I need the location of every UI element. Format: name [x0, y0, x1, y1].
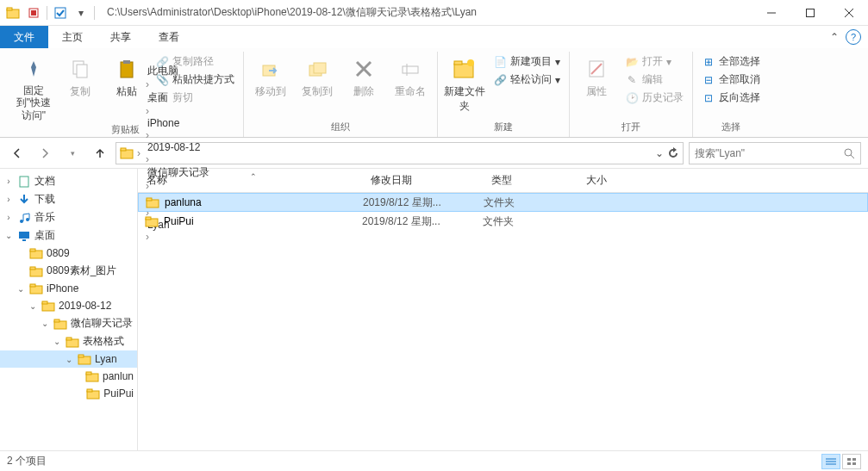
chevron-icon[interactable]: › — [144, 78, 151, 90]
tree-node[interactable]: 0809素材_图片 — [0, 262, 137, 280]
new-item-button[interactable]: 📄新建项目▾ — [490, 53, 564, 70]
tree-node[interactable]: ›下载 — [0, 190, 137, 208]
maximize-button[interactable] — [790, 0, 829, 26]
svg-rect-6 — [806, 9, 814, 16]
search-icon[interactable] — [843, 147, 855, 159]
folder-icon — [41, 299, 55, 313]
tree-label: panlun — [103, 370, 134, 382]
pin-to-quick-access-button[interactable]: 固定到"快速访问" — [12, 52, 55, 121]
properties-button[interactable]: 属性 — [575, 52, 618, 99]
expand-icon[interactable]: ⌄ — [52, 337, 62, 346]
search-box[interactable] — [689, 142, 861, 164]
select-none-icon: ⊟ — [702, 73, 715, 87]
chevron-icon[interactable]: › — [144, 129, 151, 141]
chevron-icon[interactable]: › — [135, 147, 142, 159]
svg-rect-46 — [78, 355, 84, 357]
file-list[interactable]: panluna2019/8/12 星期...文件夹PuiPui2019/8/12… — [138, 193, 868, 450]
copy-path-button[interactable]: 🔗复制路径 — [152, 53, 238, 70]
copy-icon — [66, 55, 94, 83]
tree-node[interactable]: ⌄桌面 — [0, 226, 137, 245]
expand-icon[interactable]: ⌄ — [28, 301, 38, 311]
open-button[interactable]: 📂打开▾ — [621, 53, 687, 70]
forward-button[interactable] — [34, 143, 55, 164]
refresh-button[interactable] — [667, 147, 679, 159]
column-size[interactable]: 大小 — [578, 173, 646, 188]
expand-icon[interactable]: ⌄ — [40, 319, 50, 328]
ribbon-group-select: ⊞全部选择 ⊟全部取消 ⊡反向选择 选择 — [693, 52, 769, 137]
tree-label: PuiPui — [103, 387, 134, 400]
file-row[interactable]: PuiPui2019/8/12 星期...文件夹 — [138, 212, 868, 231]
tree-node[interactable]: ⌄表格格式 — [0, 332, 137, 350]
properties-icon[interactable] — [24, 3, 43, 22]
tab-share[interactable]: 共享 — [97, 26, 145, 48]
column-type[interactable]: 类型 — [483, 173, 578, 188]
open-icon: 📂 — [625, 55, 639, 69]
file-date: 2019/8/12 星期... — [363, 195, 484, 210]
tab-home[interactable]: 主页 — [48, 26, 97, 48]
back-button[interactable] — [7, 143, 28, 164]
tree-node[interactable]: ⌄微信聊天记录 — [0, 314, 137, 332]
tree-node[interactable]: PuiPui — [0, 385, 137, 402]
expand-icon[interactable]: ⌄ — [3, 231, 14, 240]
tree-node[interactable]: 0809 — [0, 245, 137, 262]
folder-icon — [120, 146, 134, 160]
svg-rect-48 — [86, 372, 91, 375]
move-to-button[interactable]: 移动到 — [249, 52, 292, 99]
copy-button[interactable]: 复制 — [59, 52, 102, 99]
cut-button[interactable]: ✂剪切 — [152, 90, 238, 106]
chevron-icon[interactable]: › — [144, 153, 151, 165]
tree-label: 表格格式 — [83, 334, 124, 349]
ribbon-collapse-icon[interactable]: ⌃ — [830, 31, 839, 43]
column-date[interactable]: 修改日期 — [362, 173, 483, 188]
expand-icon[interactable]: ⌄ — [64, 355, 74, 364]
select-all-button[interactable]: ⊞全部选择 — [698, 53, 764, 70]
file-row[interactable]: panluna2019/8/12 星期...文件夹 — [138, 193, 868, 212]
up-button[interactable] — [90, 143, 110, 164]
tab-file[interactable]: 文件 — [0, 26, 48, 48]
folder-icon — [3, 3, 22, 22]
easy-access-button[interactable]: 🔗轻松访问▾ — [490, 71, 564, 88]
minimize-button[interactable] — [752, 0, 790, 26]
tree-node[interactable]: ⌄Lyan — [0, 350, 137, 368]
doc-icon — [17, 175, 31, 189]
invert-selection-button[interactable]: ⊡反向选择 — [698, 90, 764, 106]
close-button[interactable] — [829, 0, 868, 26]
tree-node[interactable]: panlun — [0, 368, 137, 385]
tree-node[interactable]: ›文档 — [0, 172, 137, 190]
edit-button[interactable]: ✎编辑 — [621, 71, 687, 88]
details-view-button[interactable] — [821, 454, 840, 469]
help-icon[interactable]: ? — [846, 29, 861, 45]
tree-node[interactable]: ⌄iPhone — [0, 280, 137, 297]
rename-icon — [397, 55, 424, 83]
icons-view-button[interactable] — [842, 454, 861, 469]
tab-view[interactable]: 查看 — [145, 26, 193, 48]
group-label: 打开 — [621, 119, 640, 137]
breadcrumb-item[interactable]: 2019-08-12 — [144, 141, 213, 153]
svg-point-22 — [467, 59, 474, 66]
delete-button[interactable]: 删除 — [342, 52, 385, 99]
column-name[interactable]: 名称 ⌃ — [138, 173, 362, 188]
breadcrumb-item[interactable]: iPhone — [144, 117, 213, 129]
dropdown-icon[interactable]: ▾ — [72, 3, 91, 22]
item-count: 2 个项目 — [7, 454, 47, 468]
expand-icon[interactable]: ⌄ — [16, 284, 26, 294]
expand-icon[interactable]: › — [3, 195, 14, 204]
search-input[interactable] — [695, 147, 843, 159]
new-folder-button[interactable]: 新建文件夹 — [443, 52, 486, 114]
checkbox-icon[interactable] — [51, 3, 70, 22]
address-bar[interactable]: › 此电脑›桌面›iPhone›2019-08-12›微信聊天记录›表格格式›L… — [116, 142, 684, 164]
rename-button[interactable]: 重命名 — [389, 52, 432, 99]
tree-node[interactable]: ⌄2019-08-12 — [0, 297, 137, 314]
recent-dropdown[interactable]: ▾ — [62, 143, 83, 164]
history-button[interactable]: 🕑历史记录 — [621, 90, 687, 106]
chevron-icon[interactable]: › — [144, 105, 151, 117]
status-bar: 2 个项目 — [0, 450, 868, 471]
copy-to-button[interactable]: 复制到 — [296, 52, 339, 99]
select-none-button[interactable]: ⊟全部取消 — [698, 71, 764, 88]
ribbon: 固定到"快速访问" 复制 粘贴 🔗复制路径 📎粘贴快捷方式 ✂剪切 剪贴板 移动… — [0, 48, 868, 138]
tree-node[interactable]: ›音乐 — [0, 208, 137, 226]
dropdown-icon[interactable]: ⌄ — [655, 147, 664, 159]
expand-icon[interactable]: › — [3, 213, 14, 222]
expand-icon[interactable]: › — [3, 177, 14, 186]
paste-button[interactable]: 粘贴 — [105, 52, 148, 99]
